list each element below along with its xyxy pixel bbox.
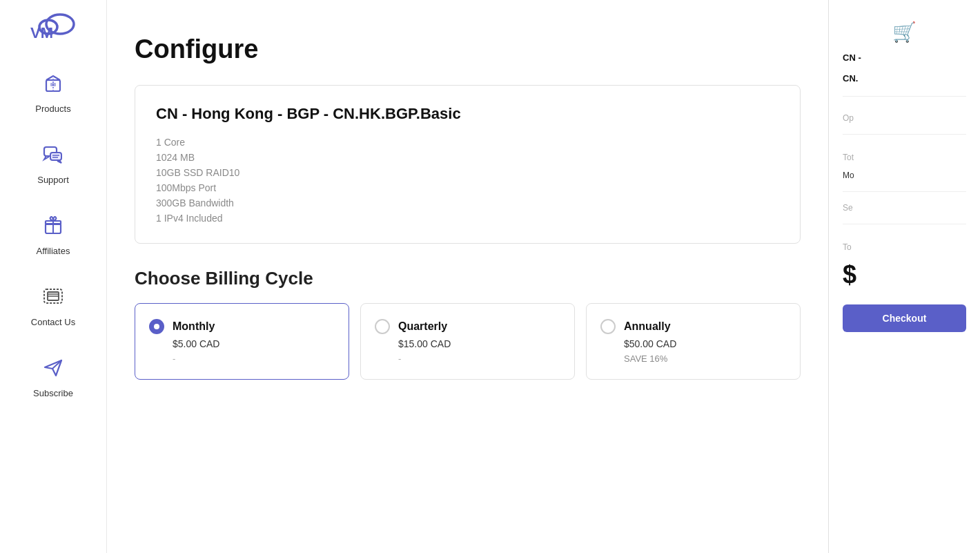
spec-port: 100Mbps Port bbox=[156, 182, 779, 193]
billing-options: Monthly $5.00 CAD - Quarterly $15.00 CAD… bbox=[135, 303, 801, 380]
right-panel-product-name-1: CN - bbox=[843, 52, 966, 64]
spec-storage: 10GB SSD RAID10 bbox=[156, 167, 779, 178]
main-content: Configure CN - Hong Kong - BGP - CN.HK.B… bbox=[107, 0, 980, 553]
divider-4 bbox=[843, 224, 966, 224]
spec-bandwidth: 300GB Bandwidth bbox=[156, 197, 779, 208]
spec-cores: 1 Core bbox=[156, 137, 779, 148]
content-area: Configure CN - Hong Kong - BGP - CN.HK.B… bbox=[107, 0, 828, 553]
gift-icon bbox=[38, 210, 68, 240]
right-panel-product-name-2: CN. bbox=[843, 72, 966, 85]
right-panel: 🛒 CN - CN. Op Tot Mo Se To $ Checkout bbox=[828, 0, 980, 553]
product-name: CN - Hong Kong - BGP - CN.HK.BGP.Basic bbox=[156, 105, 779, 123]
chat-icon bbox=[38, 139, 68, 169]
billing-annually-save: SAVE 16% bbox=[600, 353, 786, 364]
billing-quarterly-header: Quarterly bbox=[375, 319, 560, 334]
billing-annually-price: $50.00 CAD bbox=[600, 338, 786, 349]
svg-text:VM: VM bbox=[30, 24, 53, 41]
checkout-button[interactable]: Checkout bbox=[843, 304, 966, 332]
sidebar-item-support[interactable]: Support bbox=[0, 126, 106, 197]
svg-rect-7 bbox=[50, 153, 61, 160]
sidebar-subscribe-label: Subscribe bbox=[33, 388, 73, 398]
billing-monthly-label: Monthly bbox=[173, 320, 215, 333]
sidebar: VM Products Support bbox=[0, 0, 107, 553]
sidebar-item-products[interactable]: Products bbox=[0, 55, 106, 126]
billing-monthly-price: $5.00 CAD bbox=[149, 338, 335, 349]
divider-2 bbox=[843, 134, 966, 135]
page-title: Configure bbox=[135, 35, 801, 64]
product-specs: 1 Core 1024 MB 10GB SSD RAID10 100Mbps P… bbox=[156, 137, 779, 224]
billing-annually[interactable]: Annually $50.00 CAD SAVE 16% bbox=[586, 303, 801, 380]
sidebar-item-contact[interactable]: Contact Us bbox=[0, 269, 106, 340]
logo-icon: VM bbox=[22, 9, 84, 47]
sidebar-affiliates-label: Affiliates bbox=[37, 246, 70, 256]
right-panel-options-label: Op bbox=[843, 113, 966, 123]
spec-ram: 1024 MB bbox=[156, 152, 779, 163]
box-icon bbox=[38, 68, 68, 98]
divider-1 bbox=[843, 96, 966, 97]
sidebar-item-affiliates[interactable]: Affiliates bbox=[0, 197, 106, 269]
billing-quarterly-note: - bbox=[375, 353, 560, 364]
billing-quarterly[interactable]: Quarterly $15.00 CAD - bbox=[360, 303, 575, 380]
right-panel-total-label: Tot bbox=[843, 153, 966, 162]
sidebar-support-label: Support bbox=[37, 175, 69, 185]
envelope-icon bbox=[38, 281, 68, 311]
billing-annually-header: Annually bbox=[600, 319, 786, 334]
billing-annually-label: Annually bbox=[624, 320, 671, 333]
sidebar-item-subscribe[interactable]: Subscribe bbox=[0, 340, 106, 411]
radio-quarterly[interactable] bbox=[375, 319, 390, 334]
radio-monthly[interactable] bbox=[149, 319, 164, 334]
svg-rect-5 bbox=[50, 83, 56, 86]
logo: VM bbox=[19, 7, 88, 48]
billing-monthly-header: Monthly bbox=[149, 319, 335, 334]
spec-ipv4: 1 IPv4 Included bbox=[156, 213, 779, 224]
radio-monthly-inner bbox=[154, 324, 159, 329]
radio-annually[interactable] bbox=[600, 319, 616, 334]
product-card: CN - Hong Kong - BGP - CN.HK.BGP.Basic 1… bbox=[135, 85, 801, 244]
divider-3 bbox=[843, 191, 966, 192]
right-panel-monthly-label: Mo bbox=[843, 171, 966, 180]
cart-icon: 🛒 bbox=[843, 21, 966, 43]
billing-monthly[interactable]: Monthly $5.00 CAD - bbox=[135, 303, 349, 380]
sidebar-products-label: Products bbox=[35, 104, 70, 114]
billing-quarterly-price: $15.00 CAD bbox=[375, 338, 560, 349]
sidebar-contact-label: Contact Us bbox=[31, 317, 75, 327]
billing-quarterly-label: Quarterly bbox=[398, 320, 447, 333]
billing-monthly-note: - bbox=[149, 353, 335, 364]
paper-plane-icon bbox=[38, 352, 68, 382]
right-panel-server-label: Se bbox=[843, 203, 966, 213]
right-panel-total-price-label: To bbox=[843, 242, 966, 252]
right-panel-total-price: $ bbox=[843, 260, 966, 289]
billing-section-title: Choose Billing Cycle bbox=[135, 268, 801, 289]
